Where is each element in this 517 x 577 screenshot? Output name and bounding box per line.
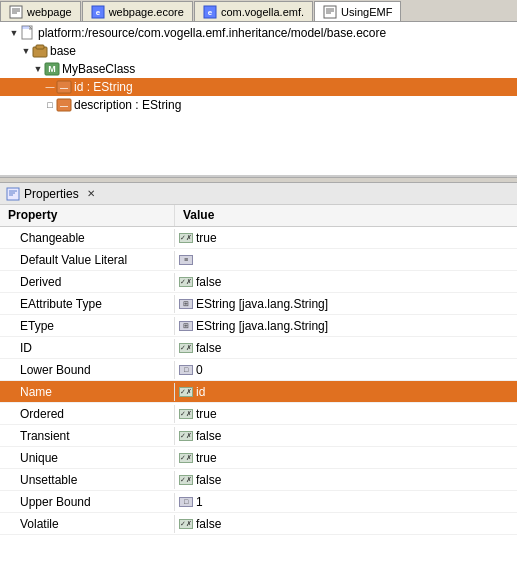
properties-rows: Changeable✓✗trueDefault Value Literal≡De…: [0, 227, 517, 535]
props-row-id[interactable]: ID✓✗false: [0, 337, 517, 359]
prop-name-lower-bound: Lower Bound: [0, 361, 175, 379]
tree-content: ▼ platform:/resource/com.vogella.emf.inh…: [0, 22, 517, 116]
props-row-upper-bound[interactable]: Upper Bound□1: [0, 491, 517, 513]
tree-item-base[interactable]: ▼ base: [0, 42, 517, 60]
props-row-default-value-literal[interactable]: Default Value Literal≡: [0, 249, 517, 271]
tree-item-id[interactable]: — — id : EString: [0, 78, 517, 96]
bool-icon: ✓✗: [179, 409, 193, 419]
props-row-unsettable[interactable]: Unsettable✓✗false: [0, 469, 517, 491]
prop-value-text-unique: true: [196, 451, 217, 465]
bool-icon: ✓✗: [179, 233, 193, 243]
props-row-eattribute-type[interactable]: EAttribute Type⊞EString [java.lang.Strin…: [0, 293, 517, 315]
prop-value-text-name: id: [196, 385, 205, 399]
props-row-changeable[interactable]: Changeable✓✗true: [0, 227, 517, 249]
props-row-volatile[interactable]: Volatile✓✗false: [0, 513, 517, 535]
prop-value-unsettable: ✓✗false: [175, 471, 225, 489]
ref-icon: ⊞: [179, 299, 193, 309]
tab-com-vogella[interactable]: e com.vogella.emf.: [194, 1, 313, 21]
prop-value-unique: ✓✗true: [175, 449, 221, 467]
props-row-name[interactable]: Name✓✗id: [0, 381, 517, 403]
tab-webpage[interactable]: webpage: [0, 1, 81, 21]
tree-root-label: platform:/resource/com.vogella.emf.inher…: [38, 26, 386, 40]
prop-value-eattribute-type: ⊞EString [java.lang.String]: [175, 295, 332, 313]
bool-icon: ✓✗: [179, 475, 193, 485]
tab-using-emf[interactable]: UsingEMF: [314, 1, 401, 21]
prop-value-upper-bound: □1: [175, 493, 207, 511]
prop-name-unique: Unique: [0, 449, 175, 467]
num-icon: □: [179, 365, 193, 375]
prop-value-text-lower-bound: 0: [196, 363, 203, 377]
col-header-value: Value: [175, 205, 222, 226]
text-icon: ≡: [179, 255, 193, 265]
class-icon: M: [44, 61, 60, 77]
attr-id-icon: —: [56, 79, 72, 95]
expand-id: —: [44, 81, 56, 93]
prop-name-eattribute-type: EAttribute Type: [0, 295, 175, 313]
prop-value-text-ordered: true: [196, 407, 217, 421]
props-row-etype[interactable]: EType⊞EString [java.lang.String]: [0, 315, 517, 337]
prop-value-lower-bound: □0: [175, 361, 207, 379]
props-column-headers: Property Value: [0, 205, 517, 227]
tree-id-label: id : EString: [74, 80, 133, 94]
tree-item-description[interactable]: □ — description : EString: [0, 96, 517, 114]
expand-mybaseclass[interactable]: ▼: [32, 63, 44, 75]
props-row-ordered[interactable]: Ordered✓✗true: [0, 403, 517, 425]
prop-value-derived: ✓✗false: [175, 273, 225, 291]
prop-name-volatile: Volatile: [0, 515, 175, 533]
tree-mybaseclass-label: MyBaseClass: [62, 62, 135, 76]
tab-webpage-label: webpage: [27, 6, 72, 18]
tab-com-vogella-label: com.vogella.emf.: [221, 6, 304, 18]
prop-name-unsettable: Unsettable: [0, 471, 175, 489]
prop-value-volatile: ✓✗false: [175, 515, 225, 533]
prop-name-derived: Derived: [0, 273, 175, 291]
svg-text:—: —: [60, 83, 68, 92]
tree-item-mybaseclass[interactable]: ▼ M MyBaseClass: [0, 60, 517, 78]
prop-value-text-etype: EString [java.lang.String]: [196, 319, 328, 333]
num-icon: □: [179, 497, 193, 507]
ecore-file-icon: [20, 25, 36, 41]
ref-icon: ⊞: [179, 321, 193, 331]
col-header-property: Property: [0, 205, 175, 226]
prop-value-ordered: ✓✗true: [175, 405, 221, 423]
properties-close-button[interactable]: ✕: [87, 188, 95, 199]
prop-value-default-value-literal: ≡: [175, 253, 200, 267]
prop-value-text-unsettable: false: [196, 473, 221, 487]
prop-name-etype: EType: [0, 317, 175, 335]
props-row-derived[interactable]: Derived✓✗false: [0, 271, 517, 293]
svg-text:—: —: [60, 101, 68, 110]
prop-value-text-id: false: [196, 341, 221, 355]
expand-root[interactable]: ▼: [8, 27, 20, 39]
using-emf-tab-icon: [323, 5, 337, 19]
props-row-unique[interactable]: Unique✓✗true: [0, 447, 517, 469]
props-row-lower-bound[interactable]: Lower Bound□0: [0, 359, 517, 381]
prop-value-text-changeable: true: [196, 231, 217, 245]
properties-title: Properties: [24, 187, 79, 201]
prop-value-etype: ⊞EString [java.lang.String]: [175, 317, 332, 335]
prop-name-ordered: Ordered: [0, 405, 175, 423]
prop-value-text-transient: false: [196, 429, 221, 443]
prop-name-changeable: Changeable: [0, 229, 175, 247]
svg-rect-0: [10, 6, 22, 18]
prop-value-id: ✓✗false: [175, 339, 225, 357]
tree-panel: ▼ platform:/resource/com.vogella.emf.inh…: [0, 22, 517, 177]
tree-description-label: description : EString: [74, 98, 181, 112]
bool-icon: ✓✗: [179, 519, 193, 529]
prop-value-changeable: ✓✗true: [175, 229, 221, 247]
tab-webpage-ecore-label: webpage.ecore: [109, 6, 184, 18]
expand-base[interactable]: ▼: [20, 45, 32, 57]
svg-rect-15: [36, 45, 44, 49]
prop-name-default-value-literal: Default Value Literal: [0, 251, 175, 269]
properties-header-icon: [6, 187, 20, 201]
props-row-transient[interactable]: Transient✓✗false: [0, 425, 517, 447]
bool-icon: ✓✗: [179, 343, 193, 353]
svg-text:e: e: [208, 8, 213, 17]
prop-name-name: Name: [0, 383, 175, 401]
tab-webpage-ecore[interactable]: e webpage.ecore: [82, 1, 193, 21]
properties-panel: Properties ✕ Property Value Changeable✓✗…: [0, 183, 517, 577]
tree-item-root[interactable]: ▼ platform:/resource/com.vogella.emf.inh…: [0, 24, 517, 42]
prop-name-transient: Transient: [0, 427, 175, 445]
prop-value-text-upper-bound: 1: [196, 495, 203, 509]
bool-icon: ✓✗: [179, 453, 193, 463]
svg-rect-8: [324, 6, 336, 18]
tab-bar: webpage e webpage.ecore e com.vogella.em…: [0, 0, 517, 22]
